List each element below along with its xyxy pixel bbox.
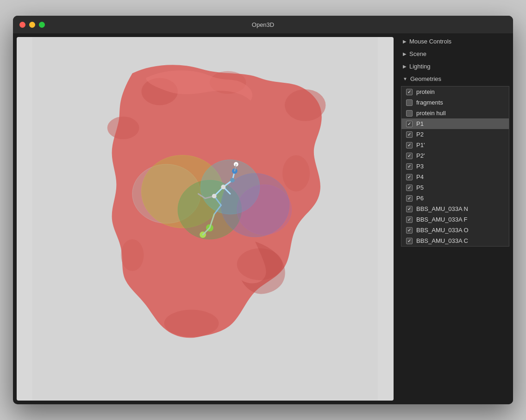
geometry-item-P1prime[interactable]: P1' [401, 140, 509, 150]
sidebar-item-label: Mouse Controls [409, 38, 451, 45]
geometry-list: proteinfragmentsprotein hullP1P2P1'P2'P3… [401, 86, 509, 247]
geometry-item-BBS_AMU_033A_N[interactable]: BBS_AMU_033A N [401, 204, 509, 214]
main-content: ▶ Mouse Controls ▶ Scene ▶ Lighting ▼ Ge… [13, 33, 513, 404]
sidebar-item-geometries[interactable]: ▼ Geometries [397, 73, 513, 85]
maximize-button[interactable] [39, 22, 45, 28]
geometry-label-BBS_AMU_033A_C: BBS_AMU_033A C [416, 237, 468, 244]
geometry-label-P2prime: P2' [416, 152, 425, 159]
application-window: Open3D [13, 16, 513, 404]
geometry-checkbox-P3[interactable] [406, 163, 413, 170]
svg-point-6 [164, 310, 219, 337]
geometry-item-P4[interactable]: P4 [401, 172, 509, 182]
geometry-checkbox-protein-hull[interactable] [406, 110, 413, 117]
svg-point-14 [237, 185, 292, 235]
svg-point-3 [285, 89, 326, 121]
viewport[interactable] [17, 37, 394, 401]
geometry-checkbox-P5[interactable] [406, 185, 413, 191]
geometry-item-BBS_AMU_033A_C[interactable]: BBS_AMU_033A C [401, 235, 509, 246]
geometry-item-P2[interactable]: P2 [401, 129, 509, 140]
collapse-triangle: ▼ [403, 76, 407, 81]
geometry-item-P5[interactable]: P5 [401, 182, 509, 193]
sidebar-item-lighting[interactable]: ▶ Lighting [397, 60, 513, 73]
geometry-item-protein-hull[interactable]: protein hull [401, 108, 509, 118]
window-title: Open3D [252, 21, 274, 28]
minimize-button[interactable] [29, 22, 35, 28]
svg-point-2 [107, 117, 139, 139]
geometry-label-P5: P5 [416, 184, 424, 191]
geometry-label-fragments: fragments [416, 99, 443, 106]
geometry-label-P2: P2 [416, 131, 424, 138]
geometry-label-BBS_AMU_033A_O: BBS_AMU_033A O [416, 227, 469, 234]
collapse-triangle: ▶ [403, 39, 407, 44]
protein-scene [17, 37, 394, 401]
sidebar-item-label: Scene [409, 50, 426, 57]
geometry-checkbox-BBS_AMU_033A_C[interactable] [406, 238, 413, 244]
svg-point-24 [230, 178, 235, 183]
geometry-label-P6: P6 [416, 195, 424, 202]
geometry-label-P4: P4 [416, 173, 424, 180]
geometry-checkbox-fragments[interactable] [406, 99, 413, 106]
geometry-item-P6[interactable]: P6 [401, 193, 509, 204]
geometry-checkbox-P1prime[interactable] [406, 142, 413, 148]
geometry-label-P3: P3 [416, 163, 424, 170]
sidebar-item-label: Lighting [409, 63, 431, 70]
sidebar-item-mouse-controls[interactable]: ▶ Mouse Controls [397, 35, 513, 48]
geometry-item-BBS_AMU_033A_F[interactable]: BBS_AMU_033A F [401, 214, 509, 225]
geometry-checkbox-P1[interactable] [406, 121, 413, 127]
geometry-checkbox-BBS_AMU_033A_O[interactable] [406, 227, 413, 234]
svg-point-7 [121, 239, 144, 271]
geometry-checkbox-P4[interactable] [406, 174, 413, 180]
geometry-item-protein[interactable]: protein [401, 86, 509, 97]
geometry-label-BBS_AMU_033A_F: BBS_AMU_033A F [416, 216, 468, 223]
geometry-item-P3[interactable]: P3 [401, 161, 509, 172]
svg-point-4 [282, 155, 310, 191]
geometry-label-BBS_AMU_033A_N: BBS_AMU_033A N [416, 205, 468, 212]
sidebar-item-label: Geometries [410, 75, 441, 82]
collapse-triangle: ▶ [403, 64, 407, 69]
geometry-label-P1prime: P1' [416, 142, 425, 148]
geometry-checkbox-P6[interactable] [406, 195, 413, 202]
sidebar-item-scene[interactable]: ▶ Scene [397, 48, 513, 60]
geometry-label-P1: P1 [416, 120, 424, 127]
close-button[interactable] [19, 22, 25, 28]
geometry-item-fragments[interactable]: fragments [401, 97, 509, 108]
sidebar: ▶ Mouse Controls ▶ Scene ▶ Lighting ▼ Ge… [397, 33, 513, 404]
geometry-item-P2prime[interactable]: P2' [401, 150, 509, 161]
geometry-item-BBS_AMU_033A_O[interactable]: BBS_AMU_033A O [401, 225, 509, 235]
geometry-label-protein: protein [416, 88, 435, 95]
svg-point-26 [221, 185, 225, 189]
svg-point-25 [212, 194, 217, 198]
geometry-checkbox-protein[interactable] [406, 89, 413, 95]
geometry-label-protein-hull: protein hull [416, 110, 446, 117]
geometry-checkbox-BBS_AMU_033A_F[interactable] [406, 216, 413, 223]
collapse-triangle: ▶ [403, 51, 407, 56]
traffic-lights [19, 22, 45, 28]
titlebar: Open3D [13, 16, 513, 33]
geometry-checkbox-P2prime[interactable] [406, 153, 413, 159]
geometry-checkbox-BBS_AMU_033A_N[interactable] [406, 206, 413, 212]
geometry-checkbox-P2[interactable] [406, 131, 413, 138]
geometry-item-P1[interactable]: P1 [401, 118, 509, 129]
